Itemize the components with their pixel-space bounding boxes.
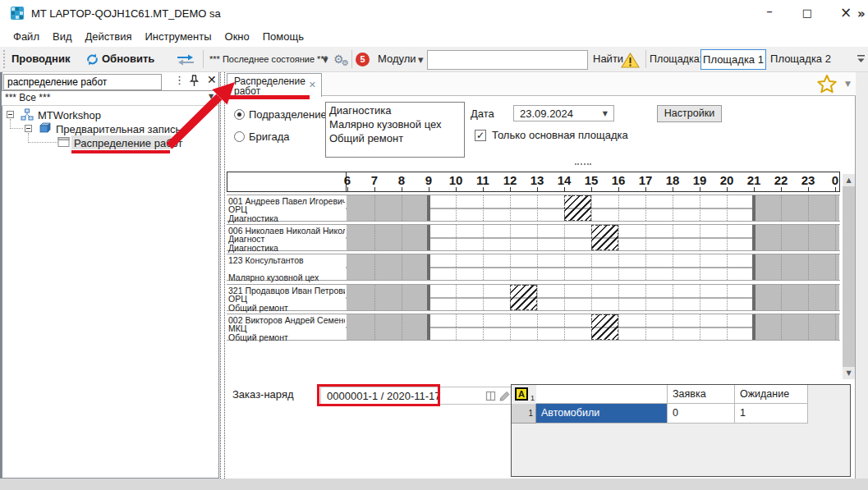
notification-badge[interactable]: 5 <box>356 53 370 66</box>
division-listbox[interactable]: ДиагностикаМалярно кузовной цехОбщий рем… <box>325 102 465 158</box>
gantt-row[interactable]: 006 Николаев Николай НиколДиагностДиагно… <box>227 224 840 251</box>
gantt-row[interactable]: 001 Андреев Павел ИгоревичОРЦДиагностика <box>227 195 840 222</box>
chevron-down-icon[interactable]: ▼ <box>418 48 424 72</box>
more-options-icon[interactable]: ⋮ <box>174 74 185 86</box>
site2-button[interactable]: Площадка 2 <box>770 49 831 70</box>
hour-gridline <box>727 225 728 250</box>
state-combobox[interactable]: *** Последнее состояние *** <box>209 47 328 71</box>
record-icon <box>39 121 52 135</box>
separator <box>645 50 646 68</box>
busy-block[interactable] <box>564 195 591 221</box>
row-request-cell[interactable]: 0 <box>668 404 735 424</box>
busy-block[interactable] <box>591 314 618 340</box>
hour-gridline <box>673 314 673 340</box>
gantt-row[interactable]: 123 КонсультантовМалярно кузовной цех <box>227 254 840 281</box>
order-input[interactable]: 0000001-1 / 2020-11-17 <box>320 387 512 405</box>
site1-button[interactable]: Площадка 1 <box>700 49 766 70</box>
hour-gridline <box>727 195 728 221</box>
vertical-scrollbar[interactable]: ▲ ▼ <box>843 174 855 379</box>
gantt-row[interactable]: 002 Викторов Андрей СеменовМКЦОбщий ремо… <box>227 314 840 341</box>
menu-item[interactable]: Помощь <box>256 28 310 45</box>
hour-gridline <box>483 285 484 310</box>
chevron-down-icon[interactable]: ▼ <box>845 80 851 88</box>
chevron-down-icon[interactable]: ▼ <box>323 48 328 72</box>
hour-gridline <box>591 285 592 310</box>
hour-gridline <box>808 195 809 221</box>
modules-button[interactable]: Модули <box>378 47 416 71</box>
swap-arrows-icon[interactable] <box>176 54 195 66</box>
offhours-early-block <box>347 314 429 340</box>
app-window: MT LAPTOP-QOJH1C61.MT_DEMO sa – □ × » Фа… <box>0 0 868 490</box>
menu-item[interactable]: Действия <box>79 28 139 45</box>
row-name-cell[interactable]: Автомобили <box>536 404 668 424</box>
chevron-down-icon[interactable]: ▼ <box>209 93 214 100</box>
hour-gridline <box>456 285 457 310</box>
row-waiting-cell[interactable]: 1 <box>735 404 808 424</box>
tree-item-mtworkshop[interactable]: MTWorkshop <box>38 109 101 121</box>
day-boundary-line <box>752 314 755 340</box>
tab-close-icon[interactable]: ✕ <box>309 80 316 90</box>
hour-gridline <box>700 254 700 280</box>
menu-bar: ФайлВидДействияИнструментыОкноПомощь <box>0 26 868 47</box>
list-item[interactable]: Общий ремонт <box>326 131 464 145</box>
column-a-badge[interactable]: А <box>515 387 528 401</box>
gantt-row-label: 006 Николаев Николай Никол <box>228 227 345 236</box>
tree-expander[interactable] <box>25 125 32 132</box>
menu-item[interactable]: Инструменты <box>138 28 218 45</box>
list-item[interactable]: Диагностика <box>326 103 464 117</box>
chevron-down-icon[interactable]: ▼ <box>603 110 608 117</box>
busy-block[interactable] <box>591 225 618 250</box>
close-button[interactable]: × <box>832 3 860 23</box>
hour-gridline <box>645 285 646 310</box>
radio-brigade[interactable] <box>234 131 245 142</box>
tab-work-distribution[interactable]: Распределение работ ✕ <box>227 73 322 97</box>
pencil-icon[interactable] <box>498 391 510 402</box>
book-icon[interactable] <box>485 391 496 401</box>
sidebar-search-input[interactable] <box>3 74 162 90</box>
pin-icon[interactable] <box>189 75 200 87</box>
hour-gridline <box>510 195 511 221</box>
menu-item[interactable]: Окно <box>218 28 256 45</box>
title-overflow-chevron[interactable]: » <box>857 7 866 21</box>
find-button[interactable]: Найти <box>593 47 623 71</box>
favorites-star-icon[interactable] <box>816 74 838 94</box>
tree-expander[interactable] <box>7 111 14 118</box>
hour-gridline <box>781 314 782 340</box>
window-icon <box>57 136 70 148</box>
tree-item-preliminary-record[interactable]: Предварительная запись <box>56 123 181 135</box>
splitter-grip[interactable] <box>575 163 591 165</box>
hour-gridline <box>781 285 782 310</box>
hour-gridline <box>618 225 619 250</box>
toolbar-overflow-icon[interactable] <box>857 54 866 64</box>
scroll-up-icon[interactable]: ▲ <box>843 174 855 186</box>
hour-gridline <box>645 195 646 221</box>
refresh-button[interactable]: Обновить <box>102 47 154 71</box>
only-main-site-checkbox[interactable]: ✓ <box>475 130 486 141</box>
refresh-icon[interactable] <box>85 53 99 66</box>
date-combobox[interactable]: 23.09.2024 ▼ <box>513 105 614 121</box>
gantt-row-label: Диагностика <box>228 214 345 223</box>
header-cell-request[interactable]: Заявка <box>668 385 735 404</box>
tree-connector <box>28 142 57 143</box>
checkmark-icon: ✓ <box>476 130 485 141</box>
busy-block[interactable] <box>510 285 537 310</box>
header-cell-waiting[interactable]: Ожидание <box>735 385 808 404</box>
gantt-row[interactable]: 321 Продавцов Иван ПетровиОРЦОбщий ремон… <box>227 284 840 311</box>
radio-division[interactable] <box>234 109 245 120</box>
maximize-button[interactable]: □ <box>793 3 821 23</box>
hour-gridline <box>618 314 619 340</box>
list-item[interactable]: Малярно кузовной цех <box>326 117 464 131</box>
row-number-cell[interactable]: 1 <box>512 404 536 424</box>
scrollbar-thumb[interactable] <box>843 186 855 367</box>
close-icon[interactable]: ✕ <box>207 73 217 86</box>
settings-button[interactable]: Настройки <box>657 105 722 122</box>
tree-item-work-distribution[interactable]: Распределение работ <box>74 137 182 149</box>
toolbar-search-input[interactable] <box>427 50 588 70</box>
menu-item[interactable]: Вид <box>46 28 79 45</box>
explorer-button[interactable]: Проводник <box>11 47 70 71</box>
minimize-button[interactable]: – <box>755 3 783 23</box>
header-cell-empty[interactable] <box>536 385 668 404</box>
warning-icon[interactable] <box>621 53 640 68</box>
menu-item[interactable]: Файл <box>7 28 46 45</box>
scroll-down-icon[interactable]: ▼ <box>843 367 855 379</box>
